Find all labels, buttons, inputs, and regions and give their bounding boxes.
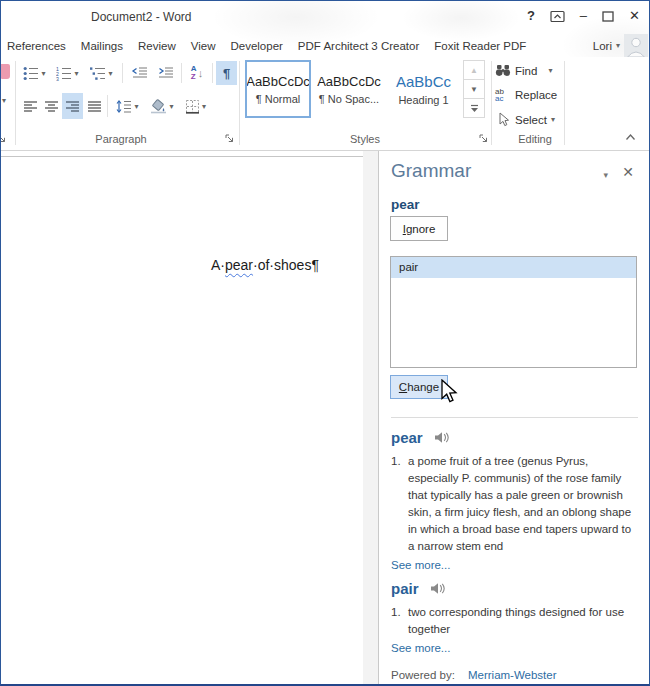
ribbon-display-options-icon[interactable] (550, 10, 565, 23)
title-bar: Document2 - Word ? – ✕ (1, 1, 649, 34)
style-preview: AaBbCcDc (317, 74, 381, 89)
style-no-spacing[interactable]: AaBbCcDc ¶ No Spac... (315, 60, 383, 118)
select-button[interactable]: Select ▾ (495, 112, 555, 127)
styles-gallery-scrollbar: ▲ ▼ (463, 60, 485, 118)
select-icon (495, 112, 511, 127)
button-divider (122, 63, 123, 83)
definition-text: 1. a pome fruit of a tree (genus Pyrus, … (391, 453, 633, 555)
show-formatting-marks-button[interactable]: ¶ (216, 61, 237, 85)
numbering-icon: 1 2 3 (56, 66, 72, 81)
chevron-down-icon[interactable]: ▾ (2, 96, 6, 105)
numbering-button[interactable]: 1 2 3 ▾ (52, 61, 83, 85)
chevron-down-icon: ▾ (74, 69, 78, 78)
merriam-webster-link[interactable]: Merriam-Webster (468, 669, 557, 681)
style-preview: AaBbCc (396, 73, 451, 90)
dialog-launcher-icon[interactable] (225, 134, 235, 144)
justify-button[interactable] (85, 93, 104, 119)
scroll-up-icon[interactable]: ▲ (464, 61, 484, 80)
powered-by-row: Powered by: Merriam-Webster (391, 669, 639, 681)
page-margin-gutter (363, 151, 378, 684)
decrease-indent-icon (131, 66, 148, 80)
multilevel-list-button[interactable]: ▾ (85, 61, 118, 85)
increase-indent-icon (157, 66, 174, 80)
definition-heading-row: pear (391, 429, 639, 446)
tab-review[interactable]: Review (138, 40, 176, 52)
window-controls: ? – ✕ (527, 7, 640, 25)
scroll-down-icon[interactable]: ▼ (464, 80, 484, 99)
borders-icon (185, 99, 200, 114)
minimize-icon[interactable]: – (580, 7, 587, 25)
borders-button[interactable]: ▾ (181, 93, 210, 119)
button-divider (181, 63, 182, 83)
mouse-cursor-icon (440, 379, 459, 405)
group-divider (239, 61, 240, 145)
document-canvas[interactable]: A·pear·of·shoes¶ (1, 151, 363, 684)
speaker-icon[interactable] (434, 431, 449, 444)
definition-heading-row: pair (391, 580, 639, 597)
chevron-down-icon: ▾ (202, 102, 206, 111)
dictionary-section: pear 1. a pome fruit of a tree (genus Py… (391, 417, 639, 681)
styles-more-icon[interactable] (464, 99, 484, 117)
speaker-icon[interactable] (430, 582, 445, 595)
pilcrow-icon: ¶ (223, 66, 230, 81)
ribbon-tab-row: References Mailings Review View Develope… (1, 34, 649, 57)
ignore-button[interactable]: Ignore (390, 216, 448, 241)
chevron-down-icon: ▾ (551, 115, 555, 124)
sort-button[interactable]: A Z ↓ (185, 61, 209, 85)
find-button[interactable]: Find ▾ (495, 64, 552, 77)
select-label: Select (515, 114, 547, 126)
replace-label: Replace (515, 89, 557, 101)
style-name: ¶ No Spac... (319, 93, 379, 105)
tab-references[interactable]: References (7, 40, 66, 52)
align-left-button[interactable] (21, 93, 40, 119)
pane-close-icon[interactable]: ✕ (622, 164, 634, 180)
flagged-word[interactable]: pear (225, 257, 253, 273)
replace-button[interactable]: ab ac Replace (495, 88, 557, 102)
highlight-color-icon[interactable] (1, 64, 10, 79)
tab-developer[interactable]: Developer (230, 40, 282, 52)
align-right-icon (65, 100, 80, 113)
tab-mailings[interactable]: Mailings (81, 40, 123, 52)
line-spacing-button[interactable]: ▾ (112, 93, 143, 119)
bullets-icon (23, 66, 39, 81)
pane-menu-chevron-icon[interactable]: ▾ (603, 170, 608, 180)
style-normal[interactable]: AaBbCcDc ¶ Normal (245, 60, 311, 118)
maximize-icon[interactable] (602, 11, 614, 22)
decrease-indent-button[interactable] (127, 61, 151, 85)
tab-view[interactable]: View (191, 40, 216, 52)
find-label: Find (515, 65, 537, 77)
window-title: Document2 - Word (91, 10, 191, 24)
document-text[interactable]: A·pear·of·shoes¶ (211, 257, 319, 273)
avatar[interactable] (624, 34, 648, 57)
see-more-link[interactable]: See more... (391, 559, 639, 571)
powered-by-label: Powered by: (391, 669, 455, 681)
shading-button[interactable]: ▾ (147, 93, 177, 119)
close-icon[interactable]: ✕ (629, 7, 640, 25)
user-menu[interactable]: Lori ▾ (593, 34, 620, 57)
dialog-launcher-icon[interactable] (479, 134, 489, 144)
definition-word: pear (391, 429, 423, 446)
shading-icon (150, 99, 167, 114)
increase-indent-button[interactable] (153, 61, 177, 85)
suggestions-listbox[interactable]: pair (390, 256, 637, 368)
chevron-down-icon: ▾ (548, 66, 552, 75)
collapse-ribbon-icon[interactable] (624, 132, 637, 142)
section-divider (391, 417, 638, 418)
button-divider (212, 63, 213, 83)
align-center-button[interactable] (42, 93, 61, 119)
dialog-launcher-icon[interactable] (0, 134, 7, 144)
tab-foxit-reader[interactable]: Foxit Reader PDF (434, 40, 526, 52)
line-spacing-icon (116, 99, 132, 114)
style-heading1[interactable]: AaBbCc Heading 1 (387, 60, 460, 118)
align-left-icon (23, 100, 38, 113)
tab-pdf-architect[interactable]: PDF Architect 3 Creator (298, 40, 419, 52)
help-icon[interactable]: ? (527, 7, 535, 25)
ribbon-tabs: References Mailings Review View Develope… (7, 34, 526, 57)
bullets-button[interactable]: ▾ (19, 61, 50, 85)
group-divider (564, 61, 565, 145)
paragraph-group-label: Paragraph (16, 133, 226, 145)
suggestion-item[interactable]: pair (391, 257, 636, 278)
see-more-link[interactable]: See more... (391, 642, 639, 654)
find-icon (495, 64, 511, 77)
align-right-button[interactable] (62, 93, 83, 119)
